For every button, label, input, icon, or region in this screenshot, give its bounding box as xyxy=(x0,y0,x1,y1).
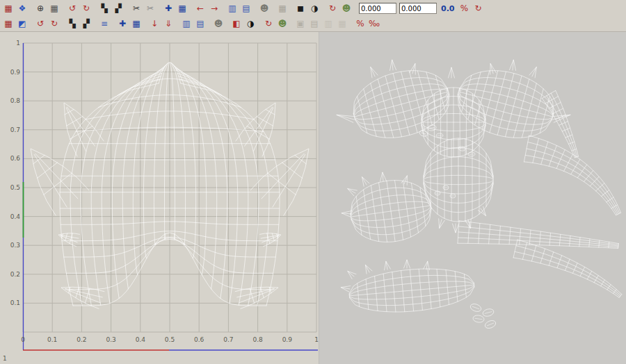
x-axis-label: 0.6 xyxy=(194,336,204,343)
x-axis-label: 0.5 xyxy=(165,336,175,343)
pack-horizontal-icon[interactable]: ▥ xyxy=(179,17,193,31)
toolbar-row-2: ▦◩↺↻▚▞≡✚▦↓⇓▥▤☻◧◑↻☻▣▤▥▦%‰ xyxy=(1,16,625,31)
rotate-ccw-icon[interactable]: ↺ xyxy=(65,1,79,15)
uv-islands-mesh[interactable] xyxy=(337,60,622,330)
flag-grid2-icon[interactable]: ▦ xyxy=(129,17,143,31)
paste-special-icon[interactable]: ▥ xyxy=(321,17,335,31)
rotate-left-icon[interactable]: ↺ xyxy=(33,17,47,31)
flag-dark-b-icon[interactable]: ▞ xyxy=(79,17,93,31)
permille-icon[interactable]: ‰ xyxy=(367,17,381,31)
reset-rotate-icon[interactable]: ↻ xyxy=(472,1,485,15)
zoom-select-icon[interactable]: ⊕ xyxy=(33,1,47,15)
x-axis-label: 0.2 xyxy=(77,336,86,343)
toolbar: ▦❖⊕▦↺↻▚▞✂✂✚▦←→▥▤☻▦◼◑↻☻0.0%↻ ▦◩↺↻▚▞≡✚▦↓⇓▥… xyxy=(0,0,626,32)
snap-bottom-icon[interactable]: ⇓ xyxy=(161,17,175,31)
split-vertical-icon[interactable]: ▤ xyxy=(239,1,253,15)
grid-faint-icon[interactable]: ▦ xyxy=(275,1,289,15)
y-axis-label: 0.2 xyxy=(10,271,20,278)
avatar-icon[interactable]: ☻ xyxy=(257,1,271,15)
y-axis-label: 0.9 xyxy=(10,69,21,76)
swatch-red-icon[interactable]: ◧ xyxy=(230,17,243,31)
rotate-cw-icon[interactable]: ↻ xyxy=(79,1,93,15)
avatar-green-icon[interactable]: ☻ xyxy=(339,1,353,15)
axis-lines xyxy=(23,43,318,350)
workspace: 10.90.80.70.60.50.40.30.20.100.10.20.30.… xyxy=(0,32,626,364)
checker-zoom-icon[interactable]: ▦ xyxy=(1,17,15,31)
grid-lines xyxy=(23,43,316,332)
paste-icon[interactable]: ▤ xyxy=(307,17,321,31)
y-axis-label: 0.6 xyxy=(10,155,21,162)
application-window: ▦❖⊕▦↺↻▚▞✂✂✚▦←→▥▤☻▦◼◑↻☻0.0%↻ ▦◩↺↻▚▞≡✚▦↓⇓▥… xyxy=(0,0,626,364)
avatar3-icon[interactable]: ☻ xyxy=(275,17,289,31)
x-axis-label: 0.3 xyxy=(106,336,115,343)
y-axis-label: 1 xyxy=(16,40,20,47)
uv-islands-canvas[interactable] xyxy=(319,32,626,364)
cut-uv-icon[interactable]: ✂ xyxy=(129,1,143,15)
x-axis-label: 0.4 xyxy=(136,336,146,343)
y-axis-label: 0.8 xyxy=(10,97,21,104)
node-tree-icon[interactable]: ≡ xyxy=(97,17,111,31)
y-axis-label: 0.4 xyxy=(10,213,21,220)
percent2-icon[interactable]: % xyxy=(353,17,367,31)
x-axis-label: 0.8 xyxy=(252,336,263,343)
cycle2-icon[interactable]: ↻ xyxy=(262,17,275,31)
texture-checker-icon[interactable]: ▦ xyxy=(1,1,15,15)
sew-uv-icon[interactable]: ✂ xyxy=(143,1,157,15)
uv-editor-canvas[interactable]: 10.90.80.70.60.50.40.30.20.100.10.20.30.… xyxy=(0,32,319,364)
scale-value-label: 0.0 xyxy=(441,4,455,13)
flag-union2-icon[interactable]: ✚ xyxy=(115,17,129,31)
toolbar-row-1: ▦❖⊕▦↺↻▚▞✂✂✚▦←→▥▤☻▦◼◑↻☻0.0%↻ xyxy=(1,1,625,16)
flag-grid-icon[interactable]: ▦ xyxy=(175,1,189,15)
pack-vertical-icon[interactable]: ▤ xyxy=(193,17,207,31)
y-axis-label: 0.7 xyxy=(10,126,20,133)
x-axis-label: 0 xyxy=(21,336,25,343)
avatar2-icon[interactable]: ☻ xyxy=(211,17,225,31)
y-axis-label: 0.1 xyxy=(10,299,20,306)
checker-select-icon[interactable]: ▦ xyxy=(47,1,61,15)
texture-mask-icon[interactable]: ◑ xyxy=(307,1,321,15)
percent-icon[interactable]: % xyxy=(458,1,472,15)
checker-flag-a-icon[interactable]: ▚ xyxy=(97,1,111,15)
x-axis-label: 0.1 xyxy=(47,336,57,343)
toolbar-separator xyxy=(353,1,358,15)
uv-islands-panel[interactable] xyxy=(319,32,626,364)
v-offset-input[interactable] xyxy=(399,3,437,14)
copy-icon[interactable]: ▣ xyxy=(294,17,307,31)
y-axis-label: 0.3 xyxy=(10,242,20,249)
rotate-right-icon[interactable]: ↻ xyxy=(47,17,61,31)
x-axis-label: 0.9 xyxy=(282,336,293,343)
print-icon[interactable]: ▦ xyxy=(335,17,349,31)
texture-dark-icon[interactable]: ◼ xyxy=(294,1,307,15)
y-axis-label: 0.5 xyxy=(10,184,20,191)
nudge-right-icon[interactable]: → xyxy=(207,1,221,15)
nudge-down-icon[interactable]: ↓ xyxy=(147,17,161,31)
flag-dark-a-icon[interactable]: ▚ xyxy=(65,17,79,31)
nudge-left-icon[interactable]: ← xyxy=(193,1,207,15)
flag-union-icon[interactable]: ✚ xyxy=(161,1,175,15)
shell-blue-icon[interactable]: ◩ xyxy=(15,17,29,31)
x-axis-label: 0.7 xyxy=(223,336,233,343)
corner-label: 1 xyxy=(3,355,7,362)
swatch-bw-icon[interactable]: ◑ xyxy=(243,17,257,31)
cycle-uv-icon[interactable]: ↻ xyxy=(326,1,339,15)
u-offset-input[interactable] xyxy=(359,3,396,14)
x-axis-label: 1 xyxy=(314,336,319,343)
uv-editor-panel[interactable]: 10.90.80.70.60.50.40.30.20.100.10.20.30.… xyxy=(0,32,319,364)
checker-flag-b-icon[interactable]: ▞ xyxy=(111,1,125,15)
split-horizontal-icon[interactable]: ▥ xyxy=(225,1,239,15)
uv-shape-icon[interactable]: ❖ xyxy=(15,1,29,15)
